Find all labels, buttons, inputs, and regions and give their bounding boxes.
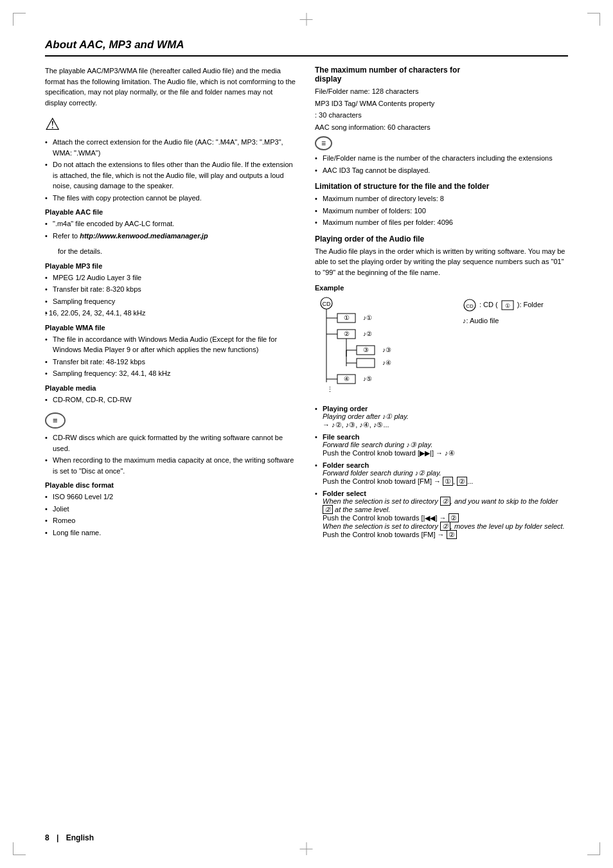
disc-format-3: Romeo — [45, 515, 296, 526]
audio-playing-order-section: Playing order of the Audio file The Audi… — [315, 235, 568, 278]
max-chars-note-2: AAC ID3 Tag cannot be displayed. — [315, 165, 568, 176]
playing-order-details: • Playing order Playing order after ♪① p… — [315, 405, 568, 539]
note-icon-right: ≡ — [315, 136, 332, 150]
svg-text:①: ① — [505, 303, 510, 309]
footer-language: English — [66, 833, 94, 842]
tree-legend: CD : CD ( ① ): Folder ♪: Audio file — [463, 296, 544, 328]
limitation-3: Maximum number of files per folder: 4096 — [315, 217, 568, 228]
corner-mark-bl — [13, 842, 26, 855]
limitation-1: Maximum number of directory levels: 8 — [315, 193, 568, 204]
po-action-3: Push the Control knob toward [FM] → ①, ②… — [323, 477, 473, 486]
max-chars-note-1: File/Folder name is the number of the ch… — [315, 153, 568, 164]
footer-separator: | — [57, 833, 58, 842]
page: About AAC, MP3 and WMA The playable AAC/… — [0, 0, 613, 868]
po-text-4b: When the selection is set to directory ②… — [323, 522, 565, 531]
po-heading-3: Folder search — [323, 461, 369, 469]
svg-text:⋮: ⋮ — [326, 385, 333, 393]
svg-text:CD: CD — [466, 303, 474, 309]
aac-bullets: ".m4a" file encoded by AAC-LC format. Re… — [45, 218, 296, 241]
disc-format-4: Long file name. — [45, 527, 296, 538]
max-chars-heading: The maximum number of characters fordisp… — [315, 66, 568, 84]
po-playing-order: • Playing order Playing order after ♪① p… — [315, 405, 568, 429]
wma-bullets: The file in accordance with Windows Medi… — [45, 334, 296, 379]
warning-bullets: Attach the correct extension for the Aud… — [45, 137, 296, 203]
po-arrow-1: → ♪②, ♪③, ♪④, ♪⑤... — [323, 421, 389, 429]
po-folder-search: • Folder search Forward folder search du… — [315, 461, 568, 486]
left-column: The playable AAC/MP3/WMA file (hereafter… — [45, 66, 296, 544]
media-note-bullets: CD-RW discs which are quick formatted by… — [45, 432, 296, 476]
svg-text:④: ④ — [344, 375, 350, 382]
corner-mark-br — [587, 842, 600, 855]
disc-format-bullets: ISO 9660 Level 1/2 Joliet Romeo Long fil… — [45, 492, 296, 538]
wma-bullet-3: Sampling frequency: 32, 44.1, 48 kHz — [45, 368, 296, 379]
media-note-2: When recording to the maximum media capa… — [45, 455, 296, 476]
svg-text:♪③: ♪③ — [382, 346, 391, 353]
media-note-1: CD-RW discs which are quick formatted by… — [45, 432, 296, 454]
wma-bullet-2: Transfer bit rate: 48-192 kbps — [45, 357, 296, 368]
section-heading-wma: Playable WMA file — [45, 324, 296, 332]
warning-bullet-3: The files with copy protection cannot be… — [45, 193, 296, 204]
svg-text:①: ① — [344, 314, 350, 321]
svg-text:CD: CD — [323, 301, 331, 307]
warning-bullet-1: Attach the correct extension for the Aud… — [45, 137, 296, 158]
po-text-3: Forward folder search during ♪② play. — [323, 469, 441, 477]
aac-refer-indent: for the details. — [45, 246, 296, 257]
corner-mark-tr — [587, 13, 600, 26]
legend-cd: CD : CD ( ① ): Folder — [463, 298, 544, 312]
page-footer: 8 | English — [45, 833, 94, 842]
svg-text:♪④: ♪④ — [382, 359, 391, 366]
mp3-bullet-4: : 16, 22.05, 24, 32, 44.1, 48 kHz — [45, 308, 296, 319]
example-section: Example CD ① — [315, 284, 568, 398]
warning-icon: ⚠ — [45, 114, 296, 134]
po-heading-2: File search — [323, 433, 359, 441]
legend-folder-label: ): Folder — [517, 299, 544, 312]
crosshair-bottom — [306, 842, 307, 855]
max-chars-notes: File/Folder name is the number of the ch… — [315, 153, 568, 175]
note-icon-media: ≡ — [45, 412, 66, 429]
po-text-2: Forward file search during ♪③ play. — [323, 441, 432, 448]
aac-bullet-1: ".m4a" file encoded by AAC-LC format. — [45, 218, 296, 229]
section-heading-media: Playable media — [45, 384, 296, 392]
po-text-4a: When the selection is set to directory ②… — [323, 497, 558, 514]
disc-format-2: Joliet — [45, 504, 296, 515]
audio-playing-order-heading: Playing order of the Audio file — [315, 235, 568, 244]
limitation-heading: Limitation of structure for the file and… — [315, 182, 568, 191]
section-heading-aac: Playable AAC file — [45, 208, 296, 216]
media-bullet-1: CD-ROM, CD-R, CD-RW — [45, 394, 296, 405]
po-action-4b: Push the Control knob towards [FM] → ② — [323, 530, 457, 539]
wma-bullet-1: The file in accordance with Windows Medi… — [45, 334, 296, 355]
max-chars-mp3tag: MP3 ID3 Tag/ WMA Contents property — [315, 98, 568, 109]
po-heading-4: Folder select — [323, 490, 366, 497]
legend-cd-label: : CD ( — [479, 299, 498, 312]
intro-text: The playable AAC/MP3/WMA file (hereafter… — [45, 66, 296, 108]
svg-text:♪⑤: ♪⑤ — [363, 375, 372, 382]
svg-text:♪②: ♪② — [363, 330, 372, 337]
po-file-search: • File search Forward file search during… — [315, 433, 568, 457]
limitation-section: Limitation of structure for the file and… — [315, 182, 568, 228]
example-heading: Example — [315, 284, 568, 292]
max-chars-30: : 30 characters — [315, 110, 568, 121]
mp3-bullets: MPEG 1/2 Audio Layer 3 file Transfer bit… — [45, 272, 296, 319]
corner-mark-tl — [13, 13, 26, 26]
file-tree-diagram: CD ① ♪① — [315, 296, 450, 398]
audio-playing-order-text: The Audio file plays in the order which … — [315, 246, 568, 278]
po-action-4a: Push the Control knob towards [|◀◀] → ② — [323, 513, 459, 522]
footer-page-number: 8 — [45, 833, 49, 842]
limitation-bullets: Maximum number of directory levels: 8 Ma… — [315, 193, 568, 228]
svg-rect-19 — [357, 359, 375, 368]
max-chars-aac: AAC song information: 60 characters — [315, 122, 568, 133]
page-title: About AAC, MP3 and WMA — [45, 39, 568, 57]
mp3-bullet-3: Sampling frequency — [45, 296, 296, 307]
max-chars-section: The maximum number of characters fordisp… — [315, 66, 568, 175]
aac-bullet-2: Refer to http://www.kenwood.mediamanager… — [45, 231, 296, 242]
media-bullets: CD-ROM, CD-R, CD-RW — [45, 394, 296, 405]
limitation-2: Maximum number of folders: 100 — [315, 206, 568, 217]
crosshair-top — [306, 13, 307, 26]
po-heading-1: Playing order — [323, 405, 368, 412]
mp3-bullet-1: MPEG 1/2 Audio Layer 3 file — [45, 272, 296, 283]
max-chars-filename: File/Folder name: 128 characters — [315, 86, 568, 97]
two-column-layout: The playable AAC/MP3/WMA file (hereafter… — [45, 66, 568, 544]
tree-container: CD ① ♪① — [315, 296, 568, 398]
section-heading-disc-format: Playable disc format — [45, 481, 296, 489]
po-text-1: Playing order after ♪① play. — [323, 412, 409, 420]
